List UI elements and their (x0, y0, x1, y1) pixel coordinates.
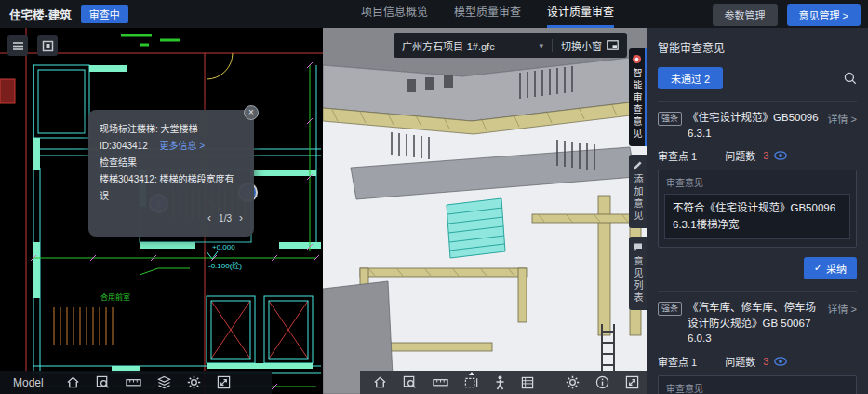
detail-link[interactable]: 详情 > (828, 301, 857, 316)
switch-window-label: 切换小窗 (561, 38, 602, 53)
accept-button[interactable]: ✓ 采纳 (804, 257, 857, 279)
review-card-meta: 审查点 1 问题数 3 (658, 354, 857, 369)
component-list-button[interactable] (521, 376, 534, 389)
tooltip-stair-name: 现场标注楼梯: 大堂楼梯 (100, 121, 243, 138)
search-icon[interactable] (844, 72, 857, 85)
tab-model-quality[interactable]: 模型质量审查 (454, 0, 521, 28)
zoom-area-button[interactable] (96, 375, 110, 389)
home-icon (66, 375, 80, 389)
tab-project-info[interactable]: 项目信息概览 (361, 0, 428, 28)
divider (552, 39, 553, 52)
model-file-select[interactable]: 广州方石项目-1#.gfc ▾ (402, 38, 543, 53)
sidebar-title: 智能审查意见 (658, 39, 857, 55)
cad-elevation-label: +0.000 (212, 243, 235, 251)
tooltip-page-indicator: 1/3 (219, 211, 232, 227)
page-title: 住宅楼-建筑 (9, 6, 72, 23)
settings-button[interactable] (566, 375, 580, 389)
frame-icon (42, 40, 54, 52)
eye-icon[interactable] (774, 151, 787, 160)
sidebar-filter-row: 未通过 2 (658, 67, 857, 89)
chevron-right-icon[interactable]: › (239, 209, 243, 229)
app-window: 住宅楼-建筑 审查中 项目信息概览 模型质量审查 设计质量审查 参数管理 意见管… (0, 0, 868, 394)
review-point-label: 审查点 1 (658, 354, 697, 369)
home-view-button[interactable] (373, 375, 387, 389)
gear-icon (566, 375, 580, 389)
cad-room-label: 合用前室 (100, 292, 130, 302)
smart-review-sidebar: 智能审查意见 未通过 2 强条 《住宅设计规范》GB50096 6.3.1 详情… (647, 28, 868, 394)
param-manage-button[interactable]: 参数管理 (713, 4, 778, 26)
list-icon (12, 40, 24, 52)
review-opinion-box: 审查意见 不符合《汽车库、修车库、停车场设计防火规范》GB 50067 6.0.… (658, 375, 857, 394)
opinion-label: 审查意见 (659, 376, 856, 394)
issue-count-value: 3 (763, 356, 768, 367)
more-info-link[interactable]: 更多信息 > (160, 141, 206, 151)
model-file-name: 广州方石项目-1#.gfc (402, 38, 495, 53)
failed-filter-button[interactable]: 未通过 2 (658, 67, 723, 89)
accept-label: 采纳 (826, 261, 847, 276)
measure-button[interactable] (433, 376, 448, 388)
tooltip-element-id: ID:3043412 (100, 141, 148, 151)
tab-add-opinion[interactable]: 添加意见 (629, 155, 647, 228)
review-card-header: 强条 《汽车库、修车库、停车场设计防火规范》GB 50067 6.0.3 详情 … (658, 300, 857, 346)
cad-bottom-toolbar: Model (0, 371, 272, 394)
expand-icon (217, 375, 231, 389)
settings-button[interactable] (187, 375, 201, 389)
cad-drawing-panel[interactable]: +0.000 -0.100(砼) 合用前室 (0, 28, 323, 394)
walkthrough-button[interactable] (495, 375, 505, 390)
zoom-area-icon (403, 375, 417, 389)
side-tab-label: 智能审查意见 (630, 68, 644, 141)
header-actions: 参数管理 意见管理 > (713, 4, 861, 26)
review-rule-title: 《汽车库、修车库、停车场设计防火规范》GB 50067 6.0.3 (688, 300, 822, 346)
accept-row: ✓ 采纳 (658, 257, 857, 279)
expand-icon (625, 375, 639, 389)
eye-icon[interactable] (774, 357, 787, 366)
opinion-manage-button[interactable]: 意见管理 > (787, 4, 861, 26)
tooltip-pager: ‹ 1/3 › (100, 209, 243, 229)
pencil-icon (633, 160, 643, 170)
opinion-text: 不符合《住宅设计规范》GB50096 6.3.1楼梯净宽 (664, 194, 850, 239)
model-space-label[interactable]: Model (13, 376, 44, 389)
chevron-left-icon[interactable]: ‹ (207, 209, 211, 229)
tab-opinion-list[interactable]: 意见列表 (629, 237, 647, 310)
opinion-label: 审查意见 (659, 170, 856, 189)
info-button[interactable] (595, 375, 609, 389)
tab-smart-review-opinions[interactable]: 智能审查意见 (629, 48, 647, 146)
tooltip-result-label: 检查结果 (100, 155, 243, 171)
zoom-area-button[interactable] (403, 375, 417, 389)
fullscreen-button[interactable] (625, 375, 639, 389)
switch-window-button[interactable]: 切换小窗 (561, 38, 619, 53)
gear-icon (187, 375, 201, 389)
review-opinion-box: 审查意见 不符合《住宅设计规范》GB50096 6.3.1楼梯净宽 (658, 170, 857, 248)
issue-count-value: 3 (763, 150, 768, 161)
review-card-meta: 审查点 1 问题数 3 (658, 148, 857, 163)
home-view-button[interactable] (66, 375, 80, 389)
tab-design-quality[interactable]: 设计质量审查 (547, 0, 614, 28)
layer-list-button[interactable] (7, 35, 28, 56)
fullscreen-button[interactable] (217, 375, 231, 389)
section-box-icon (464, 376, 479, 389)
review-card: 强条 《汽车库、修车库、停车场设计防火规范》GB 50067 6.0.3 详情 … (658, 291, 857, 394)
viewer-side-tabs: 智能审查意见 添加意见 意见列表 (629, 48, 647, 310)
chevron-down-icon: ▾ (539, 41, 543, 50)
cad-toolbar-icons (66, 375, 231, 389)
drawing-view-button[interactable] (37, 35, 58, 56)
side-tab-label: 意见列表 (631, 256, 645, 305)
section-box-button[interactable] (464, 376, 479, 389)
layers-button[interactable] (157, 375, 171, 389)
cad-elevation-neg-label: -0.100(砼) (208, 261, 242, 270)
main-area: +0.000 -0.100(砼) 合用前室 (0, 28, 868, 394)
stair-annotation-tooltip: × 现场标注楼梯: 大堂楼梯 ID:3043412 更多信息 > 检查结果 楼梯… (88, 110, 254, 237)
detail-link[interactable]: 详情 > (828, 111, 857, 126)
header-tabs: 项目信息概览 模型质量审查 设计质量审查 (361, 0, 614, 28)
ruler-icon (126, 376, 141, 388)
viewer-top-bar: 广州方石项目-1#.gfc ▾ 切换小窗 (394, 33, 627, 58)
model-3d-viewport[interactable]: 广州方石项目-1#.gfc ▾ 切换小窗 (323, 28, 647, 394)
model-3d-canvas (323, 28, 647, 394)
measure-button[interactable] (126, 376, 141, 388)
review-rule-title: 《住宅设计规范》GB50096 6.3.1 (688, 110, 822, 141)
close-icon[interactable]: × (244, 105, 259, 120)
person-icon (495, 375, 505, 390)
viewer-bottom-toolbar (360, 371, 647, 394)
issue-count-label: 问题数 (725, 148, 755, 163)
review-point-label: 审查点 1 (658, 148, 697, 163)
